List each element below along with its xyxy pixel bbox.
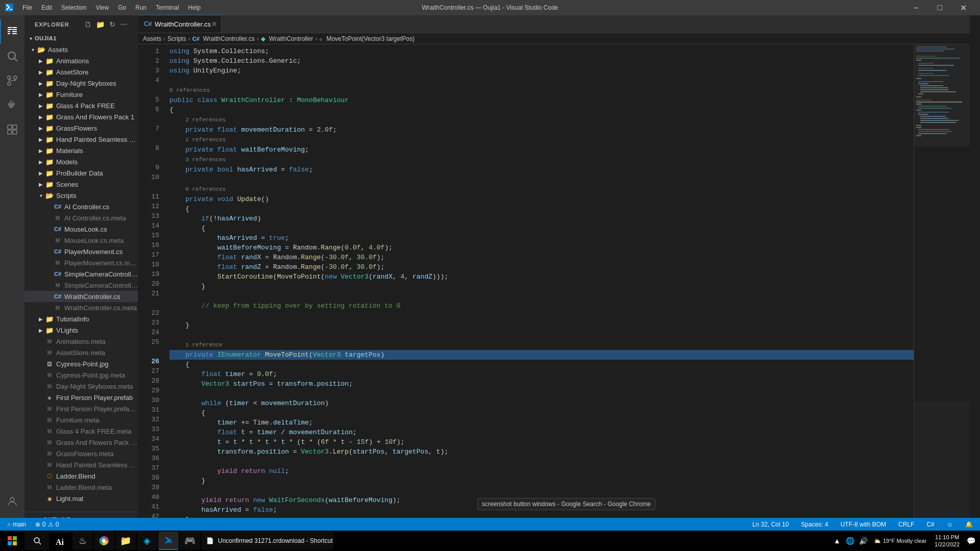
label-wraithcontrollermeta: WraithController.cs.meta xyxy=(64,304,137,312)
breadcrumb-file[interactable]: C#WraithController.cs xyxy=(192,35,255,42)
status-spaces[interactable]: Spaces: 4 xyxy=(798,518,831,531)
tree-item-playermovementmeta[interactable]: M PlayerMovement.cs.meta xyxy=(24,257,138,268)
tree-item-firstpersonprefab[interactable]: ◈ First Person Player.prefab xyxy=(24,392,138,403)
tree-item-lightmat[interactable]: ◉ Light.mat xyxy=(24,493,138,504)
tree-item-furnituremeta[interactable]: M Furniture.meta xyxy=(24,414,138,425)
tree-item-models[interactable]: ▶ 📁 Models xyxy=(24,156,138,167)
tree-item-animationsmeta[interactable]: M Animations.meta xyxy=(24,336,138,347)
minimize-button[interactable]: – xyxy=(904,0,928,15)
tree-item-grassflowersmeta[interactable]: M GrassFlowers.meta xyxy=(24,448,138,459)
taskbar-chrome[interactable] xyxy=(94,532,114,550)
tree-item-cypresspoint[interactable]: 🖼 Cypress-Point.jpg xyxy=(24,358,138,369)
status-notifications[interactable]: 🔔 xyxy=(962,518,976,531)
file-icon-grassflowersmeta: M xyxy=(45,449,54,458)
code-content[interactable]: using System.Collections; using System.C… xyxy=(164,44,914,538)
tree-item-glass4[interactable]: ▶ 📁 Glass 4 Pack FREE xyxy=(24,100,138,111)
activity-git[interactable] xyxy=(0,68,24,93)
tree-item-firstpersonprefabmeta[interactable]: M First Person Player.prefab.meta xyxy=(24,403,138,414)
tree-item-ladderblendmeta[interactable]: M Ladder.Blend.meta xyxy=(24,482,138,493)
new-folder-icon[interactable]: 📁 xyxy=(96,20,105,29)
status-position[interactable]: Ln 32, Col 10 xyxy=(749,518,792,531)
taskbar-download[interactable]: 📄 Unconfirmed 31271.crdownload - Shortcu… xyxy=(201,532,334,550)
tree-item-ladderblend[interactable]: ⬡ Ladder.Blend xyxy=(24,470,138,482)
taskbar-vscode[interactable] xyxy=(158,532,179,550)
tree-item-mouselook[interactable]: C# MouseLook.cs xyxy=(24,223,138,235)
status-errors[interactable]: ⊗ 0 ⚠ 0 xyxy=(32,518,62,531)
taskbar-explorer[interactable]: 📁 xyxy=(115,532,136,550)
tree-item-scenes[interactable]: ▶ 📁 Scenes xyxy=(24,179,138,190)
tab-close-button[interactable]: ✕ xyxy=(210,19,219,29)
close-button[interactable]: ✕ xyxy=(951,0,975,15)
activity-extensions[interactable] xyxy=(0,117,24,142)
menu-run[interactable]: Run xyxy=(131,2,151,13)
status-language[interactable]: C# xyxy=(923,518,937,531)
tree-item-simplecamerameta[interactable]: M SimpleCameraController.cs.meta xyxy=(24,280,138,291)
tree-item-grassflowers[interactable]: ▶ 📁 GrassFlowers xyxy=(24,122,138,134)
new-file-icon[interactable]: 🗋 xyxy=(84,20,92,29)
tree-item-assets[interactable]: ▾ 📂 Assets xyxy=(24,44,138,55)
menu-go[interactable]: Go xyxy=(114,2,130,13)
tree-item-assetstore[interactable]: ▶ 📁 AssetStore xyxy=(24,66,138,78)
weather-display[interactable]: ⛅ 19°F Mostly clear xyxy=(872,535,928,547)
taskbar-app6[interactable]: 🎮 xyxy=(180,532,200,550)
taskbar-app4[interactable]: ◈ xyxy=(137,532,157,550)
tree-item-wraithcontrollermeta[interactable]: M WraithController.cs.meta xyxy=(24,302,138,313)
activity-debug[interactable] xyxy=(0,93,24,117)
notification-icon[interactable]: 💬 xyxy=(966,536,976,546)
tree-item-mouselookmeta[interactable]: M MouseLook.cs.meta xyxy=(24,235,138,246)
breadcrumb-assets[interactable]: Assets xyxy=(143,35,161,42)
tree-item-grassflowers1meta[interactable]: M Grass And Flowers Pack 1.meta xyxy=(24,437,138,448)
tab-wraithcontroller[interactable]: C# WraithController.cs ✕ xyxy=(138,15,222,33)
tree-item-daynightskyboxesmeta[interactable]: M Day-Night Skyboxes.meta xyxy=(24,381,138,392)
status-feedback[interactable]: ☺ xyxy=(944,518,956,531)
tree-item-vlights[interactable]: ▶ 📁 VLights xyxy=(24,324,138,336)
volume-icon[interactable]: 🔊 xyxy=(859,536,869,546)
maximize-button[interactable]: □ xyxy=(928,0,951,15)
tree-item-handpainted[interactable]: ▶ 📁 Hand Painted Seamless Wood Text... xyxy=(24,134,138,145)
tree-item-simplecamera[interactable]: C# SimpleCameraController.cs xyxy=(24,268,138,280)
tree-item-playermovement[interactable]: C# PlayerMovement.cs xyxy=(24,246,138,257)
tree-item-wraithcontroller[interactable]: C# WraithController.cs xyxy=(24,291,138,302)
breadcrumb-scripts[interactable]: Scripts xyxy=(167,35,186,42)
taskbar-steam[interactable]: ♨ xyxy=(72,532,93,550)
network-icon[interactable]: 🌐 xyxy=(845,536,855,546)
menu-edit[interactable]: Edit xyxy=(37,2,56,13)
tree-item-tutorialinfo[interactable]: ▶ 📁 TutorialInfo xyxy=(24,313,138,324)
collapse-icon[interactable]: ⋯ xyxy=(120,20,128,29)
tree-item-materials[interactable]: ▶ 📁 Materials xyxy=(24,145,138,156)
clock[interactable]: 11:10 PM 1/22/2022 xyxy=(932,534,963,548)
editor-main[interactable]: 1 2 3 4 5 6 7 8 9 10 11 12 13 14 15 xyxy=(138,44,970,538)
tree-item-animations[interactable]: ▶ 📁 Animations xyxy=(24,55,138,66)
arrow-assetstore: ▶ xyxy=(37,69,45,75)
tree-item-daynight[interactable]: ▶ 📁 Day-Night Skyboxes xyxy=(24,78,138,89)
status-line-ending[interactable]: CRLF xyxy=(895,518,917,531)
systray-expand[interactable]: ▲ xyxy=(832,536,842,546)
sidebar-tree[interactable]: ▾ OUJIA1 ▾ 📂 Assets ▶ 📁 Animations ▶ 📁 A… xyxy=(24,33,138,512)
breadcrumb-class[interactable]: ◆WraithController xyxy=(261,35,313,42)
status-encoding[interactable]: UTF-8 with BOM xyxy=(838,518,889,531)
tree-item-glass4meta[interactable]: M Glass 4 Pack FREE.meta xyxy=(24,425,138,437)
menu-view[interactable]: View xyxy=(91,2,113,13)
activity-search[interactable] xyxy=(0,44,24,68)
activity-account[interactable] xyxy=(0,489,24,514)
tree-item-scripts[interactable]: ▾ 📂 Scripts xyxy=(24,190,138,201)
menu-file[interactable]: File xyxy=(18,2,36,13)
taskbar-search[interactable] xyxy=(24,532,50,550)
menu-terminal[interactable]: Terminal xyxy=(152,2,183,13)
tree-root[interactable]: ▾ OUJIA1 xyxy=(24,33,138,44)
activity-explorer[interactable] xyxy=(0,19,24,44)
tree-item-probuilder[interactable]: ▶ 📁 ProBuilder Data xyxy=(24,167,138,179)
start-button[interactable] xyxy=(0,531,24,551)
status-git[interactable]: ⑃ main xyxy=(4,518,29,531)
tree-item-handpaintedmeta[interactable]: M Hand Painted Seamless Wood Text... xyxy=(24,459,138,470)
tree-item-aicontroller[interactable]: C# AI Controller.cs xyxy=(24,201,138,212)
tree-item-furniture[interactable]: ▶ 📁 Furniture xyxy=(24,89,138,100)
menu-help[interactable]: Help xyxy=(184,2,205,13)
refresh-icon[interactable]: ↻ xyxy=(109,20,116,29)
tree-item-assetstoremeta[interactable]: M AssetStore.meta xyxy=(24,347,138,358)
menu-selection[interactable]: Selection xyxy=(57,2,90,13)
breadcrumb-method[interactable]: ⬦MoveToPoint(Vector3 targetPos) xyxy=(319,35,414,42)
tree-item-cypresspointmeta[interactable]: M Cypress-Point.jpg.meta xyxy=(24,369,138,381)
tree-item-aicontrollermeta[interactable]: M AI Controller.cs.meta xyxy=(24,212,138,223)
tree-item-grassflowers1[interactable]: ▶ 📁 Grass And Flowers Pack 1 xyxy=(24,111,138,122)
